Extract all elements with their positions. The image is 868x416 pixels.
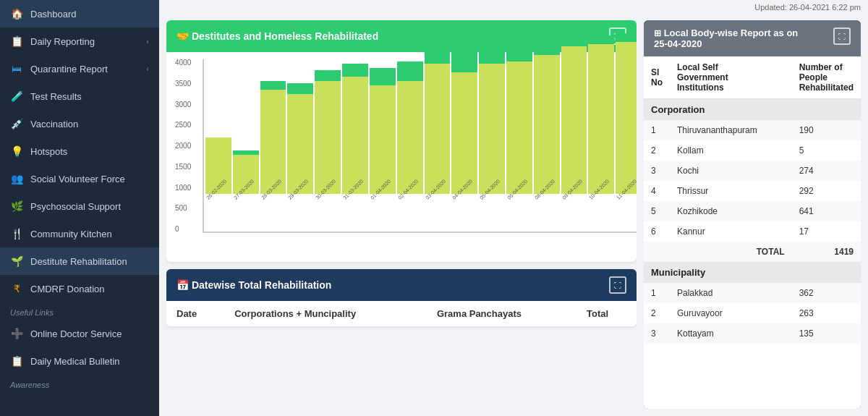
sl-no: 1 [644,120,670,140]
sidebar-item-daily-medical[interactable]: 📋 Daily Medical Bulletin [0,347,159,375]
bar-group: 04-04-2020 [451,20,477,232]
total-row: TOTAL 1419 [644,242,861,262]
y-axis-label: 500 [175,205,191,212]
bar-group: 09-04-2020 [561,20,587,232]
col-total: Total [576,301,637,326]
institution-name: Kochi [670,161,792,181]
bar-group: 08-04-2020 [534,20,560,232]
sidebar-label-online-doctor: Online Doctor Service [30,328,149,339]
people-count: 274 [792,161,861,181]
col-count: Number ofPeopleRehabilitated [792,56,861,99]
sidebar-arrow-quarantine-report: ‹ [146,64,149,73]
left-panel: 🤝 Destitutes and Homeless Rehabilitated … [166,20,637,409]
bar-corp [534,55,560,194]
destitute-icon: 🌱 [10,255,23,268]
local-body-table: SlNo Local SelfGovernmentInstitutions Nu… [644,56,861,344]
sidebar-label-test-results: Test Results [30,91,149,102]
bar-corp [425,64,451,194]
y-axis-label: 0 [175,226,191,233]
sidebar-item-community-kitchen[interactable]: 🍴 Community Kitchen [0,220,159,247]
sidebar: 🏠 Dashboard 📋 Daily Reporting ‹ 🛏 Quaran… [0,0,159,416]
col-gram: Grama Panchayats [427,301,576,326]
sidebar-label-community-kitchen: Community Kitchen [30,229,149,239]
sidebar-item-destitute[interactable]: 🌱 Destitute Rehabilitation [0,247,159,275]
sidebar-item-vaccination[interactable]: 💉 Vaccination [0,110,159,137]
sl-no: 2 [644,140,670,161]
bar-group: 26-02-2020 [205,20,231,232]
bar-gram [561,38,587,46]
bar-corp [397,81,423,194]
bar-corp [616,42,637,194]
sidebar-item-daily-reporting[interactable]: 📋 Daily Reporting ‹ [0,27,159,55]
bar-gram [534,29,560,55]
vaccination-icon: 💉 [10,117,23,130]
sidebar-item-test-results[interactable]: 🧪 Test Results [0,82,159,110]
sidebar-label-quarantine-report: Quarantine Report [30,64,139,75]
expand-report-button[interactable]: ⛶ [833,27,851,45]
awareness-label: Awareness [0,375,159,392]
col-sl: SlNo [644,56,670,99]
bar-group: 27-03-2020 [233,20,259,232]
table-row: 1 Palakkad 362 [644,283,861,303]
bar-gram [425,42,451,64]
institution-name: Kozhikode [670,201,792,221]
sl-no: 1 [644,283,670,303]
datewise-table: Date Corporations + Muncipality Grama Pa… [166,301,637,326]
col-institution: Local SelfGovernmentInstitutions [670,56,792,99]
people-count: 263 [792,303,861,323]
table-row: 5 Kozhikode 641 [644,201,861,221]
sidebar-item-quarantine-report[interactable]: 🛏 Quarantine Report ‹ [0,55,159,82]
bar-gram [260,81,286,90]
y-axis: 05001000150020002500300035004000 [175,59,191,233]
bar-corp [506,61,532,194]
sl-no: 5 [644,201,670,221]
sidebar-item-psychosocial[interactable]: 🌿 Psychosocial Support [0,192,159,220]
total-label: TOTAL [644,242,792,262]
institution-name: Palakkad [670,283,792,303]
sidebar-arrow-daily-reporting: ‹ [146,37,149,46]
sidebar-item-cmdrf[interactable]: ₹ CMDRF Donation [0,275,159,302]
right-panel: ⊞ Local Body-wise Report as on 25-04-202… [644,20,861,409]
y-axis-label: 2500 [175,122,191,129]
sidebar-item-hotspots[interactable]: 💡 Hotspots [0,137,159,165]
bar-group: 28-03-2020 [260,20,286,232]
y-axis-label: 1500 [175,164,191,171]
bar-gram [315,70,341,81]
datewise-table-body: Date Corporations + Muncipality Grama Pa… [166,301,637,326]
social-volunteer-icon: 👥 [10,172,23,185]
sl-no: 3 [644,323,670,344]
expand-table-button[interactable]: ⛶ [609,276,626,294]
table-row: 3 Kottayam 135 [644,323,861,344]
institution-name: Kottayam [670,323,792,344]
bar-gram [479,40,505,64]
table-row: 4 Thrissur 292 [644,181,861,201]
table-row: 2 Kollam 5 [644,140,861,161]
bar-group: 11-04-2020 [616,20,637,232]
bar-group: 31-03-2020 [342,20,368,232]
y-axis-label: 2000 [175,143,191,150]
updated-timestamp: Updated: 26-04-2021 6:22 pm [159,0,868,13]
local-body-report-header: ⊞ Local Body-wise Report as on 25-04-202… [644,20,861,56]
institution-name: Kannur [670,221,792,242]
institution-name: Thrissur [670,181,792,201]
bar-corp [561,46,587,194]
y-axis-label: 3000 [175,101,191,109]
bar-group: 05-04-2020 [479,20,505,232]
bar-gram [506,38,532,61]
sidebar-item-social-volunteer[interactable]: 👥 Social Volunteer Force [0,165,159,192]
people-count: 292 [792,181,861,201]
table-row: 3 Kochi 274 [644,161,861,181]
institution-name: Guruvayoor [670,303,792,323]
datewise-table-card: 📅 Datewise Total Rehabilitation ⛶ Date C… [166,269,637,326]
bar-gram [342,64,368,77]
sidebar-item-online-doctor[interactable]: ➕ Online Doctor Service [0,320,159,347]
bar-group: 06-04-2020 [506,20,532,232]
sl-no: 2 [644,303,670,323]
institution-name: Thiruvananthapuram [670,120,792,140]
sidebar-label-dashboard: Dashboard [30,9,149,20]
bar-group: 01-04-2020 [370,20,396,232]
sidebar-item-dashboard[interactable]: 🏠 Dashboard [0,0,159,27]
col-corp: Corporations + Muncipality [224,301,427,326]
bar-corp [451,72,477,194]
bar-corp [370,85,396,194]
